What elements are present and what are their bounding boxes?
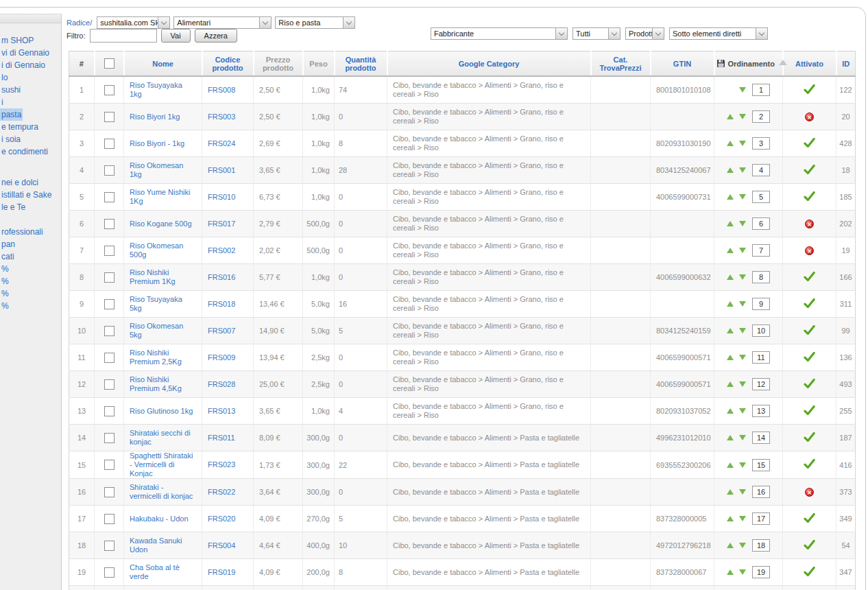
move-down-icon[interactable]: [739, 355, 746, 360]
product-name-link[interactable]: Shirataki secchi di konjac: [130, 429, 196, 447]
product-code-link[interactable]: FRS008: [208, 86, 235, 95]
move-down-icon[interactable]: [739, 141, 746, 146]
order-input[interactable]: [752, 164, 770, 176]
product-code-link[interactable]: FRS020: [208, 515, 235, 523]
move-up-icon[interactable]: [727, 355, 734, 360]
product-code-link[interactable]: FRS022: [208, 488, 235, 497]
row-checkbox[interactable]: [104, 165, 114, 176]
move-down-icon[interactable]: [739, 114, 746, 119]
row-checkbox[interactable]: [104, 246, 114, 256]
product-code-link[interactable]: FRS009: [208, 353, 235, 362]
row-checkbox[interactable]: [104, 299, 114, 309]
row-checkbox[interactable]: [104, 567, 114, 578]
move-down-icon[interactable]: [739, 301, 746, 307]
product-code-link[interactable]: FRS002: [208, 246, 235, 255]
column-header-google-category[interactable]: Google Category: [387, 51, 591, 77]
product-code-link[interactable]: FRS018: [208, 300, 235, 309]
product-code-link[interactable]: FRS023: [208, 460, 235, 469]
inactive-icon[interactable]: ✕: [805, 220, 814, 228]
column-header-codice-prodotto[interactable]: Codice prodotto: [202, 51, 254, 77]
prodotti-select[interactable]: Prodotti: [625, 27, 664, 40]
sidebar-item[interactable]: sushi: [0, 84, 22, 96]
sidebar-item[interactable]: istillati e Sake: [0, 189, 53, 201]
move-up-icon[interactable]: [727, 328, 734, 333]
move-up-icon[interactable]: [727, 381, 734, 387]
column-header-gtin[interactable]: GTIN: [651, 51, 714, 77]
move-up-icon[interactable]: [727, 516, 734, 521]
row-checkbox[interactable]: [104, 433, 114, 443]
product-name-link[interactable]: Riso Okomesan 500g: [130, 241, 196, 259]
active-check-icon[interactable]: [804, 138, 815, 150]
product-name-link[interactable]: Kawada Sanuki Udon: [130, 536, 196, 554]
sidebar-item[interactable]: rofessionali: [0, 226, 45, 238]
sidebar-item[interactable]: e condimenti: [0, 145, 49, 158]
order-input[interactable]: [752, 351, 770, 364]
order-input[interactable]: [752, 191, 770, 203]
move-down-icon[interactable]: [739, 381, 746, 387]
order-input[interactable]: [752, 110, 770, 123]
order-input[interactable]: [752, 244, 770, 257]
active-check-icon[interactable]: [804, 165, 815, 176]
product-name-link[interactable]: Riso Nishiki Premium 1Kg: [130, 268, 196, 286]
row-checkbox[interactable]: [104, 353, 114, 363]
active-check-icon[interactable]: [804, 191, 815, 203]
row-checkbox[interactable]: [104, 541, 114, 551]
sidebar-item[interactable]: i soia: [0, 133, 22, 145]
move-down-icon[interactable]: [739, 408, 746, 414]
active-check-icon[interactable]: [804, 379, 815, 390]
save-icon[interactable]: [716, 59, 725, 68]
product-name-link[interactable]: Riso Okomesan 5kg: [130, 322, 196, 340]
move-down-icon[interactable]: [739, 569, 746, 575]
order-input[interactable]: [752, 137, 770, 150]
product-name-link[interactable]: Riso Yume Nishiki 1Kg: [130, 188, 196, 206]
row-checkbox[interactable]: [104, 192, 114, 202]
product-code-link[interactable]: FRS028: [208, 380, 235, 389]
order-input[interactable]: [752, 84, 770, 96]
product-code-link[interactable]: FRS007: [208, 327, 235, 335]
order-input[interactable]: [752, 432, 770, 444]
active-check-icon[interactable]: [804, 540, 815, 552]
move-down-icon[interactable]: [739, 328, 746, 333]
active-check-icon[interactable]: [804, 567, 815, 578]
move-up-icon[interactable]: [727, 543, 734, 548]
product-code-link[interactable]: FRS011: [208, 434, 235, 442]
move-up-icon[interactable]: [727, 435, 734, 440]
product-name-link[interactable]: Riso Nishiki Premium 4,5Kg: [130, 375, 196, 393]
move-down-icon[interactable]: [739, 194, 746, 200]
column-header-quantita-prodotto[interactable]: Quantità prodotto: [335, 51, 387, 77]
sidebar-item[interactable]: %: [0, 300, 10, 312]
order-input[interactable]: [752, 405, 770, 417]
row-checkbox[interactable]: [104, 219, 114, 229]
move-down-icon[interactable]: [739, 221, 746, 226]
move-up-icon[interactable]: [727, 114, 734, 119]
product-name-link[interactable]: Shirataki - vermicelli di konjac: [130, 483, 196, 501]
sidebar-item[interactable]: m SHOP: [0, 34, 35, 47]
move-up-icon[interactable]: [727, 462, 734, 468]
product-name-link[interactable]: Riso Okomesan 1kg: [130, 161, 196, 179]
vai-button[interactable]: Vai: [161, 29, 191, 43]
move-down-icon[interactable]: [739, 516, 746, 521]
move-up-icon[interactable]: [727, 248, 734, 253]
sidebar-item[interactable]: %: [0, 287, 10, 300]
order-input[interactable]: [752, 378, 770, 390]
column-header-attivato[interactable]: Attivato: [783, 51, 836, 77]
row-checkbox[interactable]: [104, 139, 114, 149]
active-check-icon[interactable]: [804, 325, 815, 337]
move-up-icon[interactable]: [727, 194, 734, 200]
move-up-icon[interactable]: [727, 167, 734, 173]
move-down-icon[interactable]: [739, 462, 746, 468]
product-code-link[interactable]: FRS001: [208, 166, 235, 175]
inactive-icon[interactable]: ✕: [805, 488, 814, 497]
column-header-id[interactable]: ID: [836, 51, 856, 77]
category-level-2-select[interactable]: Alimentari: [173, 16, 272, 29]
move-up-icon[interactable]: [727, 569, 734, 575]
move-up-icon[interactable]: [727, 221, 734, 226]
order-input[interactable]: [752, 298, 770, 310]
row-checkbox[interactable]: [104, 460, 114, 470]
move-up-icon[interactable]: [727, 141, 734, 146]
sidebar-item[interactable]: pan: [0, 238, 16, 250]
order-input[interactable]: [752, 459, 770, 471]
active-check-icon[interactable]: [804, 84, 815, 96]
sidebar-item[interactable]: nei e dolci: [0, 176, 40, 189]
order-input[interactable]: [752, 566, 770, 578]
